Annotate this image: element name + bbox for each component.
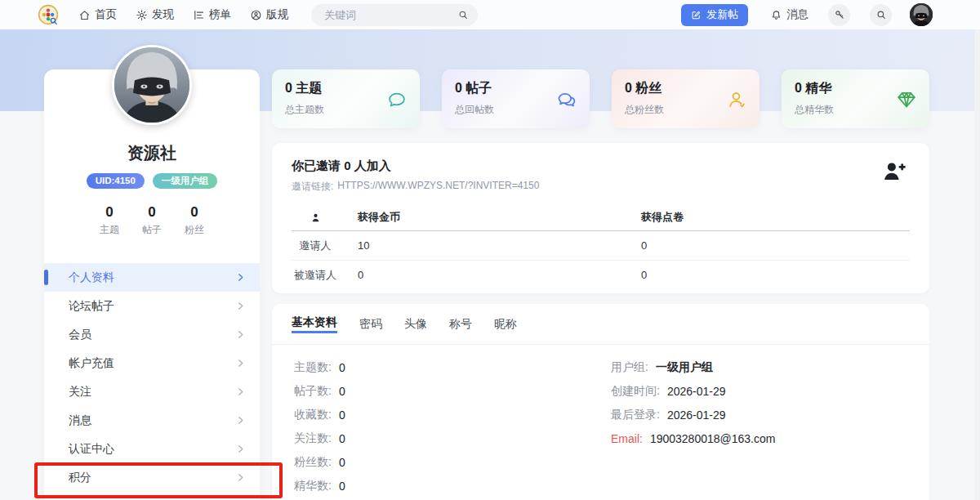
detail-row-usergroup: 用户组: 一级用户组 <box>611 355 921 379</box>
search-toggle-button[interactable] <box>870 4 892 26</box>
site-logo[interactable] <box>38 4 59 25</box>
menu-label: 关注 <box>69 385 91 400</box>
tab-title[interactable]: 称号 <box>449 317 472 332</box>
avatar-image <box>114 47 189 123</box>
detail-row-digest: 精华数: 0 <box>294 474 604 498</box>
detail-row-lastlogin: 最后登录: 2026-01-29 <box>611 403 921 426</box>
tab-avatar[interactable]: 头像 <box>404 317 427 332</box>
main-nav: 首页 发现 榜单 版规 <box>78 7 288 22</box>
invite-table: 获得金币 获得点卷 邀请人 10 0 被邀请人 0 0 <box>292 203 910 289</box>
table-row: 被邀请人 0 0 <box>292 261 910 289</box>
sidebar-item-recharge[interactable]: 帐户充值 <box>44 349 260 377</box>
chevron-right-icon <box>236 273 245 282</box>
profile-details-panel: 基本资料 密码 头像 称号 昵称 主题数: 0 帖子数: 0 收藏数: 0 关注… <box>272 304 929 500</box>
chevron-right-icon <box>236 444 245 453</box>
invite-link-label: 邀请链接: <box>292 180 333 194</box>
detail-row-topics: 主题数: 0 <box>294 355 604 379</box>
tab-nickname[interactable]: 昵称 <box>494 317 517 332</box>
nav-item-label: 版规 <box>266 7 288 22</box>
profile-stats: 0 主题 0 帖子 0 粉丝 <box>44 204 260 237</box>
user-column-header <box>292 210 339 223</box>
stat-card-digest: 0 精华 总精华数 <box>782 69 929 128</box>
profile-avatar[interactable] <box>112 45 192 125</box>
stat-topics: 0 主题 <box>100 204 119 237</box>
nav-item-label: 榜单 <box>209 7 231 22</box>
invite-table-header: 获得金币 获得点卷 <box>292 203 910 231</box>
menu-label: 帐户充值 <box>69 356 114 371</box>
stat-value: 0 <box>185 204 204 221</box>
profile-username: 资源社 <box>44 142 260 164</box>
chevron-right-icon <box>236 387 245 396</box>
chat-bubbles-icon <box>556 89 577 110</box>
rules-icon <box>250 9 262 21</box>
nav-item-discover[interactable]: 发现 <box>136 7 174 22</box>
row-gold: 0 <box>339 269 641 281</box>
sidebar-item-following[interactable]: 关注 <box>44 377 260 406</box>
invite-title: 你已邀请 0 人加入 <box>292 158 910 174</box>
sidebar-item-forum-posts[interactable]: 论坛帖子 <box>44 292 260 320</box>
search-icon <box>875 9 887 20</box>
nav-item-label: 首页 <box>95 7 117 22</box>
stat-card-fans: 0 粉丝 总粉丝数 <box>612 69 760 128</box>
sidebar-menu: 个人资料 论坛帖子 会员 帐户充值 关注 消息 <box>44 263 260 492</box>
diamond-icon <box>896 89 917 110</box>
navbar: 首页 发现 榜单 版规 <box>0 0 980 29</box>
details-right-column: 用户组: 一级用户组 创建时间: 2026-01-29 最后登录: 2026-0… <box>611 355 921 450</box>
profile-card: 资源社 UID:4150 一级用户组 0 主题 0 帖子 0 粉丝 个人资料 <box>44 69 260 500</box>
invite-panel: 你已邀请 0 人加入 邀请链接: HTTPS://WWW.WPZYS.NET/?… <box>272 143 929 293</box>
chevron-right-icon <box>236 416 245 425</box>
chevron-right-icon <box>236 473 245 482</box>
row-name: 被邀请人 <box>292 268 339 283</box>
sidebar-item-membership[interactable]: 会员 <box>44 320 260 349</box>
stat-label: 帖子 <box>142 223 162 237</box>
menu-label: 认证中心 <box>69 442 114 457</box>
row-name: 邀请人 <box>292 239 339 253</box>
details-tabs: 基本资料 密码 头像 称号 昵称 <box>272 304 929 345</box>
search-icon[interactable] <box>457 9 469 20</box>
user-avatar[interactable] <box>910 3 933 26</box>
discover-icon <box>136 9 148 21</box>
new-post-label: 发新帖 <box>706 7 738 22</box>
tab-password[interactable]: 密码 <box>359 317 382 332</box>
stat-card-topics: 0 主题 总主题数 <box>272 69 420 128</box>
home-icon <box>78 9 91 21</box>
row-gold: 10 <box>339 239 641 252</box>
stat-label: 主题 <box>100 223 119 237</box>
sidebar-item-points[interactable]: 积分 <box>44 463 260 492</box>
nav-item-ranking[interactable]: 榜单 <box>193 7 231 22</box>
tab-basic-info[interactable]: 基本资料 <box>292 315 337 333</box>
search-input[interactable] <box>323 8 448 22</box>
ranking-icon <box>193 9 205 21</box>
person-plus-icon[interactable] <box>882 159 906 184</box>
key-button[interactable] <box>828 4 850 26</box>
row-points: 0 <box>641 269 910 281</box>
sidebar-item-profile[interactable]: 个人资料 <box>44 263 260 292</box>
menu-label: 积分 <box>69 471 91 485</box>
messages-button[interactable]: 消息 <box>770 7 808 22</box>
chevron-right-icon <box>236 301 245 310</box>
detail-row-favorites: 收藏数: 0 <box>294 403 604 426</box>
stat-cards-row: 0 主题 总主题数 0 帖子 总回帖数 0 粉丝 总粉丝数 0 精华 <box>272 69 929 128</box>
nav-item-home[interactable]: 首页 <box>78 7 117 22</box>
chevron-right-icon <box>236 359 245 368</box>
detail-row-fans: 粉丝数: 0 <box>294 450 604 474</box>
sidebar-item-messages[interactable]: 消息 <box>44 406 260 435</box>
nav-item-label: 发现 <box>152 7 174 22</box>
stat-posts: 0 帖子 <box>142 204 162 237</box>
navbar-right: 发新帖 消息 <box>681 3 933 26</box>
menu-label: 消息 <box>69 413 91 428</box>
user-check-icon <box>726 89 747 110</box>
menu-label: 个人资料 <box>69 270 114 285</box>
row-points: 0 <box>641 239 910 252</box>
user-group-badge: 一级用户组 <box>153 173 218 189</box>
menu-label: 论坛帖子 <box>69 299 114 314</box>
invite-link-url: HTTPS://WWW.WPZYS.NET/?INVITER=4150 <box>337 180 539 194</box>
scrollbar-track <box>974 0 980 500</box>
nav-item-rules[interactable]: 版规 <box>250 7 288 22</box>
new-post-button[interactable]: 发新帖 <box>681 4 748 26</box>
sidebar-item-verification[interactable]: 认证中心 <box>44 435 260 463</box>
stat-value: 0 <box>100 204 119 221</box>
menu-label: 会员 <box>69 328 91 342</box>
chevron-right-icon <box>236 330 245 339</box>
detail-row-following: 关注数: 0 <box>294 426 604 450</box>
